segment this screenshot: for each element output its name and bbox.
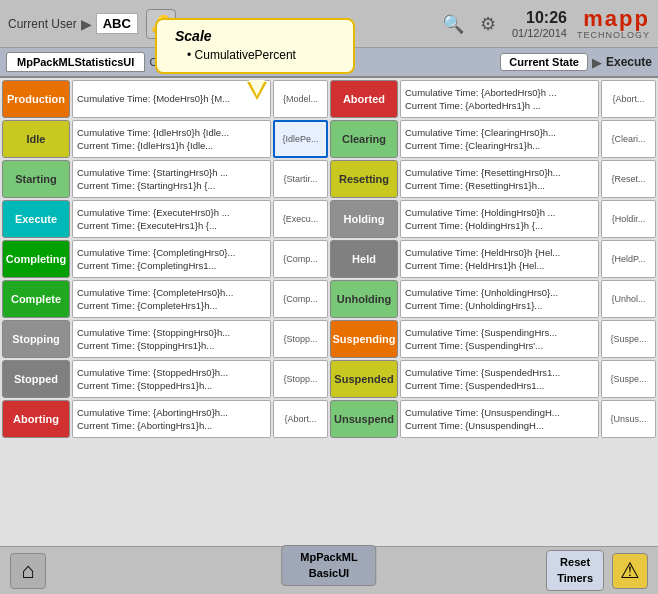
state-shortval-held: {HeldP...	[601, 240, 656, 278]
tab-main[interactable]: MpPackMLStatisticsUI	[6, 52, 145, 72]
state-shortval-stopped: {Stopp...	[273, 360, 328, 398]
state-row: ExecuteCumulative Time: {ExecuteHrs0}h .…	[2, 200, 328, 238]
home-button[interactable]: ⌂	[10, 553, 46, 589]
state-label-complete[interactable]: Complete	[2, 280, 70, 318]
time-block: 10:26 01/12/2014	[512, 9, 567, 39]
state-detail-execute: Cumulative Time: {ExecuteHrs0}h ...Curre…	[72, 200, 271, 238]
state-detail-aborted: Cumulative Time: {AbortedHrs0}h ...Curre…	[400, 80, 599, 118]
state-row: SuspendingCumulative Time: {SuspendingHr…	[330, 320, 656, 358]
state-label-completing[interactable]: Completing	[2, 240, 70, 278]
state-shortval-completing: {Comp...	[273, 240, 328, 278]
state-label-held[interactable]: Held	[330, 240, 398, 278]
state-label-stopped[interactable]: Stopped	[2, 360, 70, 398]
state-shortval-idle: {IdlePe...	[273, 120, 328, 158]
state-detail-resetting: Cumulative Time: {ResettingHrs0}h...Curr…	[400, 160, 599, 198]
app-logo: mapp TECHNOLOGY	[577, 8, 650, 40]
state-label-production[interactable]: Production	[2, 80, 70, 118]
state-label-suspended[interactable]: Suspended	[330, 360, 398, 398]
scale-popup-title: Scale	[175, 28, 335, 44]
state-row: UnsuspendCumulative Time: {UnsuspendingH…	[330, 400, 656, 438]
state-section: Current State ▶ Execute	[500, 53, 652, 71]
state-shortval-stopping: {Stopp...	[273, 320, 328, 358]
center-btn-line1: MpPackML	[300, 551, 357, 563]
state-row: UnholdingCumulative Time: {UnholdingHrs0…	[330, 280, 656, 318]
left-column: ProductionCumulative Time: {ModeHrs0}h {…	[0, 78, 329, 546]
state-shortval-suspended: {Suspe...	[601, 360, 656, 398]
state-label-execute[interactable]: Execute	[2, 200, 70, 238]
state-row: StoppedCumulative Time: {StoppedHrs0}h..…	[2, 360, 328, 398]
state-detail-aborting: Cumulative Time: {AbortingHrs0}h...Curre…	[72, 400, 271, 438]
state-label-holding[interactable]: Holding	[330, 200, 398, 238]
state-row: CompleteCumulative Time: {CompleteHrs0}h…	[2, 280, 328, 318]
home-icon: ⌂	[21, 558, 34, 584]
state-shortval-unholding: {Unhol...	[601, 280, 656, 318]
state-row: ClearingCumulative Time: {ClearingHrs0}h…	[330, 120, 656, 158]
state-shortval-clearing: {Cleari...	[601, 120, 656, 158]
logo-tech: TECHNOLOGY	[577, 30, 650, 40]
gear-icon[interactable]: ⚙	[480, 13, 496, 35]
state-label-idle[interactable]: Idle	[2, 120, 70, 158]
state-shortval-production: {Model...	[273, 80, 328, 118]
popup-arrow-inner	[249, 80, 265, 96]
state-label-clearing[interactable]: Clearing	[330, 120, 398, 158]
search-icon[interactable]: 🔍	[442, 13, 464, 35]
state-shortval-unsuspend: {Unsus...	[601, 400, 656, 438]
warning-button[interactable]: ⚠	[612, 553, 648, 589]
state-label-stopping[interactable]: Stopping	[2, 320, 70, 358]
state-detail-idle: Cumulative Time: {IdleHrs0}h {Idle...Cur…	[72, 120, 271, 158]
right-column: AbortedCumulative Time: {AbortedHrs0}h .…	[329, 78, 658, 546]
state-detail-clearing: Cumulative Time: {ClearingHrs0}h...Curre…	[400, 120, 599, 158]
state-shortval-execute: {Execu...	[273, 200, 328, 238]
state-row: AbortingCumulative Time: {AbortingHrs0}h…	[2, 400, 328, 438]
scale-popup: Scale • CumulativePercent	[155, 18, 355, 74]
state-row: StartingCumulative Time: {StartingHrs0}h…	[2, 160, 328, 198]
main-content: ProductionCumulative Time: {ModeHrs0}h {…	[0, 78, 658, 546]
state-label-aborting[interactable]: Aborting	[2, 400, 70, 438]
state-detail-stopping: Cumulative Time: {StoppingHrs0}h...Curre…	[72, 320, 271, 358]
state-row: CompletingCumulative Time: {CompletingHr…	[2, 240, 328, 278]
warning-icon: ⚠	[620, 558, 640, 584]
state-detail-suspended: Cumulative Time: {SuspendedHrs1...Curren…	[400, 360, 599, 398]
state-shortval-starting: {Startir...	[273, 160, 328, 198]
state-detail-completing: Cumulative Time: {CompletingHrs0}...Curr…	[72, 240, 271, 278]
reset-timers-button[interactable]: Reset Timers	[546, 550, 604, 591]
state-detail-holding: Cumulative Time: {HoldingHrs0}h ...Curre…	[400, 200, 599, 238]
clock-time: 10:26	[512, 9, 567, 27]
state-label-starting[interactable]: Starting	[2, 160, 70, 198]
state-label: Current State	[500, 53, 588, 71]
state-detail-unholding: Cumulative Time: {UnholdingHrs0}...Curre…	[400, 280, 599, 318]
state-detail-starting: Cumulative Time: {StartingHrs0}h ...Curr…	[72, 160, 271, 198]
state-detail-suspending: Cumulative Time: {SuspendingHrs...Curren…	[400, 320, 599, 358]
state-shortval-holding: {Holdir...	[601, 200, 656, 238]
state-row: HoldingCumulative Time: {HoldingHrs0}h .…	[330, 200, 656, 238]
state-shortval-aborted: {Abort...	[601, 80, 656, 118]
state-row: AbortedCumulative Time: {AbortedHrs0}h .…	[330, 80, 656, 118]
state-shortval-complete: {Comp...	[273, 280, 328, 318]
state-detail-complete: Cumulative Time: {CompleteHrs0}h...Curre…	[72, 280, 271, 318]
state-row: ProductionCumulative Time: {ModeHrs0}h {…	[2, 80, 328, 118]
scale-popup-item: • CumulativePercent	[175, 48, 335, 62]
user-arrow: ▶	[81, 16, 92, 32]
state-row: SuspendedCumulative Time: {SuspendedHrs1…	[330, 360, 656, 398]
state-row: HeldCumulative Time: {HeldHrs0}h {Hel...…	[330, 240, 656, 278]
user-label: Current User	[8, 17, 77, 31]
logo-mapp: mapp	[583, 8, 650, 30]
state-label-unsuspend[interactable]: Unsuspend	[330, 400, 398, 438]
state-label-resetting[interactable]: Resetting	[330, 160, 398, 198]
state-value: Execute	[606, 55, 652, 69]
state-label-aborted[interactable]: Aborted	[330, 80, 398, 118]
state-row: ResettingCumulative Time: {ResettingHrs0…	[330, 160, 656, 198]
state-label-suspending[interactable]: Suspending	[330, 320, 398, 358]
center-btn-line2: BasicUI	[309, 567, 349, 579]
state-shortval-resetting: {Reset...	[601, 160, 656, 198]
state-detail-unsuspend: Cumulative Time: {UnsuspendingH...Curren…	[400, 400, 599, 438]
state-label-unholding[interactable]: Unholding	[330, 280, 398, 318]
state-detail-production: Cumulative Time: {ModeHrs0}h {M...	[72, 80, 271, 118]
basic-ui-button[interactable]: MpPackML BasicUI	[281, 545, 376, 586]
state-row: IdleCumulative Time: {IdleHrs0}h {Idle..…	[2, 120, 328, 158]
state-detail-held: Cumulative Time: {HeldHrs0}h {Hel...Curr…	[400, 240, 599, 278]
state-arrow: ▶	[592, 55, 602, 70]
state-row: StoppingCumulative Time: {StoppingHrs0}h…	[2, 320, 328, 358]
clock-date: 01/12/2014	[512, 27, 567, 39]
state-detail-stopped: Cumulative Time: {StoppedHrs0}h...Curren…	[72, 360, 271, 398]
